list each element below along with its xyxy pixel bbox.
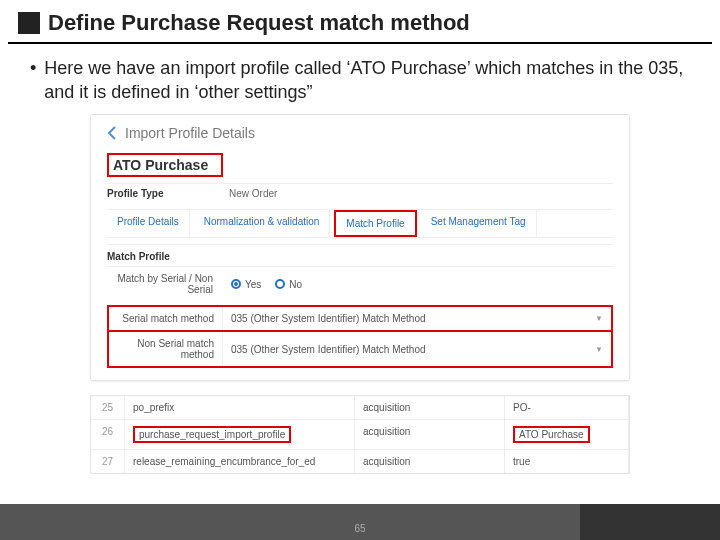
cell-key: po_prefix <box>125 396 355 419</box>
cell-index: 25 <box>91 396 125 419</box>
nonserial-match-method-value: 035 (Other System Identifier) Match Meth… <box>231 344 426 355</box>
cell-key: purchase_request_import_profile <box>125 419 355 449</box>
radio-yes[interactable]: Yes <box>231 279 261 290</box>
profile-type-value: New Order <box>229 188 277 199</box>
table-row: 25 po_prefix acquisition PO- <box>91 396 629 419</box>
import-profile-panel: Import Profile Details ATO Purchase Prof… <box>90 114 630 381</box>
radio-yes-dot-icon <box>231 279 241 289</box>
page-title: Define Purchase Request match method <box>48 10 470 36</box>
profile-type-label: Profile Type <box>107 188 179 199</box>
radio-no[interactable]: No <box>275 279 302 290</box>
radio-no-label: No <box>289 279 302 290</box>
bullet-text: Here we have an import profile called ‘A… <box>44 56 690 104</box>
radio-no-dot-icon <box>275 279 285 289</box>
profile-type-row: Profile Type New Order <box>107 183 613 203</box>
cell-value: PO- <box>505 396 629 419</box>
footer-left <box>0 504 580 540</box>
serial-match-method-label: Serial match method <box>109 307 223 330</box>
serial-match-method-row: Serial match method 035 (Other System Id… <box>107 305 613 332</box>
tab-profile-details[interactable]: Profile Details <box>107 210 190 237</box>
cell-index: 26 <box>91 419 125 449</box>
profile-tabs: Profile Details Normalization & validati… <box>107 209 613 238</box>
table-row: 26 purchase_request_import_profile acqui… <box>91 419 629 449</box>
profile-name: ATO Purchase <box>113 157 208 173</box>
body-bullet: • Here we have an import profile called … <box>0 52 720 114</box>
cell-value: true <box>505 449 629 473</box>
footer-right <box>580 504 720 540</box>
cell-index: 27 <box>91 449 125 473</box>
cell-module: acquisition <box>355 449 505 473</box>
value-highlight: ATO Purchase <box>513 426 590 443</box>
serial-match-method-select[interactable]: 035 (Other System Identifier) Match Meth… <box>223 307 611 330</box>
nonserial-match-method-select[interactable]: 035 (Other System Identifier) Match Meth… <box>223 332 611 366</box>
tab-set-management[interactable]: Set Management Tag <box>421 210 537 237</box>
back-link[interactable]: Import Profile Details <box>107 125 613 141</box>
chevron-down-icon: ▼ <box>595 345 603 354</box>
match-profile-section-label: Match Profile <box>107 244 613 266</box>
cell-module: acquisition <box>355 419 505 449</box>
cell-module: acquisition <box>355 396 505 419</box>
tab-match-profile[interactable]: Match Profile <box>334 210 416 237</box>
radio-yes-label: Yes <box>245 279 261 290</box>
nonserial-match-method-row: Non Serial match method 035 (Other Syste… <box>107 330 613 368</box>
table-row: 27 release_remaining_encumbrance_for_ed … <box>91 449 629 473</box>
chevron-left-icon <box>107 126 117 140</box>
tab-normalization[interactable]: Normalization & validation <box>194 210 331 237</box>
title-divider <box>8 42 712 44</box>
cell-key: release_remaining_encumbrance_for_ed <box>125 449 355 473</box>
back-link-label: Import Profile Details <box>125 125 255 141</box>
serial-match-method-value: 035 (Other System Identifier) Match Meth… <box>231 313 426 324</box>
chevron-down-icon: ▼ <box>595 314 603 323</box>
cell-value: ATO Purchase <box>505 419 629 449</box>
key-highlight: purchase_request_import_profile <box>133 426 291 443</box>
match-by-serial-label: Match by Serial / Non Serial <box>107 273 217 295</box>
footer: 65 <box>0 504 720 540</box>
other-settings-table: 25 po_prefix acquisition PO- 26 purchase… <box>90 395 630 474</box>
bullet-dot-icon: • <box>30 56 36 80</box>
profile-name-highlight: ATO Purchase <box>107 153 223 177</box>
match-by-serial-row: Match by Serial / Non Serial Yes No <box>107 266 613 301</box>
title-accent-block <box>18 12 40 34</box>
page-number: 65 <box>354 523 365 534</box>
nonserial-match-method-label: Non Serial match method <box>109 332 223 366</box>
